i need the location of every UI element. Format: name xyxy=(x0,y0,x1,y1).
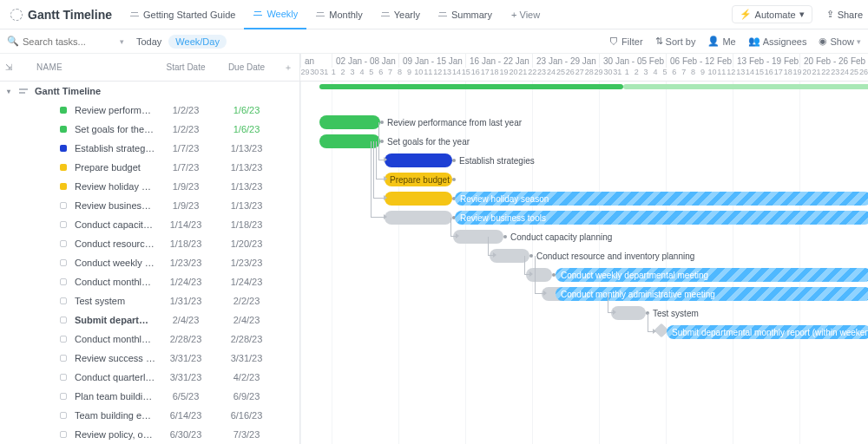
tab-getting-started[interactable]: Getting Started Guide xyxy=(121,0,244,29)
doc-small-icon xyxy=(129,10,140,20)
task-row[interactable]: Conduct weekly departmental me...1/23/23… xyxy=(0,253,299,272)
tab-summary[interactable]: Summary xyxy=(429,0,501,29)
gantt-bar[interactable]: Conduct weekly departmental meeting xyxy=(556,268,868,282)
task-row[interactable]: Review holiday season1/9/231/13/23 xyxy=(0,177,299,196)
gantt-bar[interactable] xyxy=(385,153,452,167)
task-grid: ⇲ NAME Start Date Due Date ＋ ▾Gantt Time… xyxy=(0,54,300,444)
task-row[interactable]: Prepare budget1/7/231/13/23 xyxy=(0,158,299,177)
task-row[interactable]: Conduct resource and inventory pl...1/18… xyxy=(0,234,299,253)
gantt-bar[interactable] xyxy=(385,211,452,225)
task-row[interactable]: ▾Gantt Timeline xyxy=(0,82,299,101)
status-icon xyxy=(57,221,69,228)
task-name: Test system xyxy=(69,296,155,306)
day-cell: 1 xyxy=(329,68,339,82)
status-icon xyxy=(57,240,69,247)
expand-icon[interactable]: ▾ xyxy=(0,88,17,95)
gantt-bar-label: Test system xyxy=(653,306,699,320)
gantt-chart[interactable]: an02 Jan - 08 Jan09 Jan - 15 Jan16 Jan -… xyxy=(300,54,868,444)
summary-bar[interactable] xyxy=(319,84,623,89)
gantt-bar[interactable]: Review business tools xyxy=(455,211,868,225)
task-row[interactable]: Establish strategies1/7/231/13/23 xyxy=(0,139,299,158)
day-cell: 25 xyxy=(850,68,859,82)
start-date: 1/23/23 xyxy=(155,258,216,268)
add-view-button[interactable]: + View xyxy=(501,10,550,20)
status-icon xyxy=(57,107,69,114)
status-icon xyxy=(57,374,69,381)
dependency-line xyxy=(488,237,493,256)
due-date: 7/3/23 xyxy=(216,429,277,440)
day-cell: 16 xyxy=(764,68,773,82)
page-title: Gantt Timeline xyxy=(28,8,112,22)
task-row[interactable]: Review performance from last year1/2/231… xyxy=(0,101,299,120)
task-row[interactable]: Conduct monthly departmental m...2/28/23… xyxy=(0,330,299,349)
task-row[interactable]: Team building event6/14/236/16/23 xyxy=(0,406,299,425)
me-button[interactable]: 👤 Me xyxy=(707,36,735,47)
chevron-down-icon: ▾ xyxy=(799,9,805,20)
assignees-label: Assignees xyxy=(763,36,807,47)
task-name: Review success metrics xyxy=(69,353,155,363)
due-date: 1/6/23 xyxy=(216,105,277,115)
day-cell: 24 xyxy=(547,68,556,82)
gantt-bar[interactable]: Review holiday season xyxy=(455,192,868,206)
day-cell: 29 xyxy=(594,68,603,82)
task-name: Establish strategies xyxy=(69,143,155,153)
day-cell: 22 xyxy=(528,68,537,82)
task-row[interactable]: Test system1/31/232/2/23 xyxy=(0,291,299,310)
task-row[interactable]: Conduct capacity planning1/14/231/18/23 xyxy=(0,215,299,234)
weekday-toggle[interactable]: Week/Day xyxy=(168,35,227,49)
toolbar: 🔍 ▾ Today Week/Day ⛉ Filter ⇅ Sort by 👤 … xyxy=(0,29,868,54)
today-button[interactable]: Today xyxy=(136,36,161,47)
summary-bar[interactable] xyxy=(623,84,868,89)
gantt-bar[interactable]: Submit departmental monthly report (with… xyxy=(667,325,868,339)
day-cell: 10 xyxy=(414,68,424,82)
dependency-line xyxy=(524,256,529,275)
gantt-bar[interactable] xyxy=(319,115,380,129)
day-cell: 24 xyxy=(840,68,850,82)
show-button[interactable]: ◉ Show ▾ xyxy=(819,36,861,47)
col-due[interactable]: Due Date xyxy=(216,62,277,72)
assignees-button[interactable]: 👥 Assignees xyxy=(748,36,807,47)
search-icon: 🔍 xyxy=(7,36,19,47)
col-start[interactable]: Start Date xyxy=(155,62,216,72)
task-row[interactable]: Plan team building event6/5/236/9/23 xyxy=(0,387,299,406)
task-row[interactable]: Set goals for the year1/2/231/6/23 xyxy=(0,120,299,139)
automate-button[interactable]: ⚡ Automate ▾ xyxy=(732,5,812,23)
gantt-bar[interactable]: Conduct monthly administrative meeting xyxy=(556,287,868,301)
sort-button[interactable]: ⇅ Sort by xyxy=(655,36,696,47)
tab-yearly[interactable]: Yearly xyxy=(372,0,429,29)
chevron-down-icon[interactable]: ▾ xyxy=(120,37,124,46)
sort-label: Sort by xyxy=(666,36,696,47)
gantt-bar[interactable] xyxy=(453,230,503,244)
search-box[interactable]: 🔍 xyxy=(7,36,120,47)
add-column-button[interactable]: ＋ xyxy=(277,62,299,74)
expand-all-icon[interactable]: ⇲ xyxy=(0,62,17,72)
task-row[interactable]: Submit departmental monthly re...2/4/232… xyxy=(0,310,299,330)
status-icon xyxy=(57,431,69,438)
col-name[interactable]: NAME xyxy=(17,62,155,72)
task-row[interactable]: Review business tools1/9/231/13/23 xyxy=(0,196,299,215)
task-row[interactable]: Conduct quarterly performance m...3/31/2… xyxy=(0,368,299,387)
gantt-bar[interactable] xyxy=(611,306,646,320)
gantt-bar[interactable] xyxy=(385,192,452,206)
task-row[interactable]: Review policy, objectives, and busi...6/… xyxy=(0,425,299,444)
gantt-bar[interactable]: Prepare budget xyxy=(385,173,452,186)
task-row[interactable]: Review success metrics3/31/233/31/23 xyxy=(0,349,299,368)
start-date: 6/30/23 xyxy=(155,429,216,440)
tab-monthly[interactable]: Monthly xyxy=(306,0,372,29)
day-cell: 2 xyxy=(339,68,348,82)
filter-button[interactable]: ⛉ Filter xyxy=(609,36,642,47)
task-name: Conduct quarterly performance m... xyxy=(69,372,155,382)
task-name: Team building event xyxy=(69,410,155,421)
status-icon xyxy=(57,202,69,209)
due-date: 2/2/23 xyxy=(216,296,277,306)
grid-header: ⇲ NAME Start Date Due Date ＋ xyxy=(0,54,299,82)
search-input[interactable] xyxy=(23,36,109,47)
tab-label: Monthly xyxy=(329,10,363,20)
share-button[interactable]: ⇪ Share xyxy=(821,9,868,20)
tab-weekly[interactable]: Weekly xyxy=(244,0,306,29)
task-row[interactable]: Conduct monthly administrative m...1/24/… xyxy=(0,272,299,291)
due-date: 2/28/23 xyxy=(216,334,277,344)
day-cell: 17 xyxy=(480,68,490,82)
main: ⇲ NAME Start Date Due Date ＋ ▾Gantt Time… xyxy=(0,54,868,444)
day-cell: 23 xyxy=(831,68,840,82)
